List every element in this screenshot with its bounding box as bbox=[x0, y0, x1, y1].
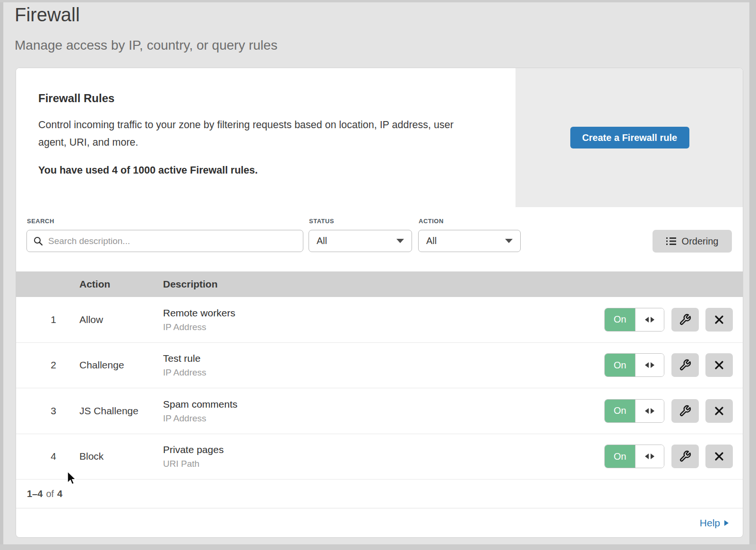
intro-description: Control incoming traffic to your zone by… bbox=[38, 116, 482, 151]
arrow-right-icon bbox=[651, 454, 654, 459]
arrow-left-icon bbox=[645, 317, 649, 323]
rule-description: Test rule bbox=[163, 353, 206, 364]
page-title: Firewall bbox=[15, 4, 80, 26]
rule-enabled-toggle[interactable]: On bbox=[604, 308, 664, 332]
rule-priority: 2 bbox=[30, 359, 56, 371]
rule-enabled-toggle[interactable]: On bbox=[604, 445, 664, 468]
close-icon bbox=[713, 451, 725, 462]
wrench-icon bbox=[679, 405, 691, 417]
chevron-down-icon bbox=[505, 239, 513, 243]
search-input-box[interactable] bbox=[26, 230, 303, 252]
intro-heading: Firewall Rules bbox=[38, 92, 515, 105]
edit-rule-button[interactable] bbox=[671, 399, 699, 423]
firewall-rules-card: Firewall Rules Control incoming traffic … bbox=[16, 68, 743, 538]
ordering-button-label: Ordering bbox=[682, 236, 719, 247]
rule-action: Allow bbox=[79, 314, 103, 325]
chevron-down-icon bbox=[396, 239, 404, 243]
status-select[interactable]: All bbox=[309, 230, 412, 252]
column-header-action: Action bbox=[79, 271, 110, 297]
pagination-range: 1–4 bbox=[27, 489, 43, 499]
arrow-right-icon bbox=[651, 317, 654, 323]
delete-rule-button[interactable] bbox=[705, 445, 733, 468]
action-select-value: All bbox=[426, 236, 437, 246]
toggle-on-label: On bbox=[605, 308, 635, 331]
rule-match-type: IP Address bbox=[163, 413, 238, 423]
toggle-on-label: On bbox=[605, 354, 635, 376]
create-firewall-rule-button[interactable]: Create a Firewall rule bbox=[570, 127, 689, 148]
pagination-of: of bbox=[46, 489, 54, 499]
pagination: 1–4 of 4 bbox=[16, 480, 743, 508]
rule-enabled-toggle[interactable]: On bbox=[604, 353, 664, 377]
toggle-switch-handle[interactable] bbox=[635, 445, 664, 468]
toggle-switch-handle[interactable] bbox=[635, 354, 664, 376]
action-select[interactable]: All bbox=[418, 230, 521, 252]
arrow-right-icon bbox=[724, 520, 729, 526]
screen-edge bbox=[0, 0, 756, 2]
search-icon bbox=[34, 236, 43, 246]
intro-section: Firewall Rules Control incoming traffic … bbox=[16, 68, 515, 207]
ordering-button[interactable]: Ordering bbox=[653, 230, 732, 253]
search-input[interactable] bbox=[48, 236, 296, 246]
toggle-switch-handle[interactable] bbox=[635, 308, 664, 331]
search-label: SEARCH bbox=[27, 218, 54, 225]
rule-description-cell: Private pages URI Path bbox=[163, 444, 223, 469]
pagination-total: 4 bbox=[57, 489, 62, 499]
edit-rule-button[interactable] bbox=[671, 308, 699, 332]
close-icon bbox=[713, 314, 725, 325]
help-row: Help bbox=[16, 508, 743, 537]
firewall-page: Firewall Manage access by IP, country, o… bbox=[0, 0, 756, 550]
arrow-right-icon bbox=[651, 362, 654, 368]
rule-description: Remote workers bbox=[163, 307, 235, 318]
delete-rule-button[interactable] bbox=[705, 353, 733, 377]
page-subtitle: Manage access by IP, country, or query r… bbox=[15, 38, 277, 53]
table-row: 4 Block Private pages URI Path On bbox=[16, 434, 743, 480]
edit-rule-button[interactable] bbox=[671, 353, 699, 377]
rule-enabled-toggle[interactable]: On bbox=[604, 399, 664, 423]
toggle-switch-handle[interactable] bbox=[635, 400, 664, 422]
screen-edge bbox=[0, 544, 756, 550]
create-rule-panel: Create a Firewall rule bbox=[515, 68, 743, 207]
rule-priority: 3 bbox=[30, 405, 56, 417]
delete-rule-button[interactable] bbox=[705, 308, 733, 332]
rule-match-type: URI Path bbox=[163, 459, 223, 469]
table-row: 2 Challenge Test rule IP Address On bbox=[16, 343, 743, 389]
screen-edge bbox=[749, 0, 756, 550]
arrow-right-icon bbox=[651, 408, 654, 414]
filters-bar: SEARCH STATUS All ACTION All bbox=[16, 207, 743, 271]
table-row: 1 Allow Remote workers IP Address On bbox=[16, 297, 743, 343]
status-select-value: All bbox=[317, 236, 327, 246]
usage-summary: You have used 4 of 1000 active Firewall … bbox=[38, 165, 515, 176]
delete-rule-button[interactable] bbox=[705, 399, 733, 423]
rule-action: JS Challenge bbox=[79, 405, 138, 417]
arrow-left-icon bbox=[645, 362, 649, 368]
wrench-icon bbox=[679, 359, 691, 371]
help-link[interactable]: Help bbox=[700, 517, 720, 529]
close-icon bbox=[713, 405, 725, 417]
close-icon bbox=[713, 359, 725, 371]
rule-description: Private pages bbox=[163, 444, 223, 455]
edit-rule-button[interactable] bbox=[671, 445, 699, 468]
rule-description-cell: Test rule IP Address bbox=[163, 353, 206, 378]
arrow-left-icon bbox=[645, 408, 649, 414]
wrench-icon bbox=[679, 450, 691, 463]
rule-match-type: IP Address bbox=[163, 322, 235, 332]
status-label: STATUS bbox=[309, 218, 334, 225]
rule-priority: 4 bbox=[30, 451, 56, 462]
rule-match-type: IP Address bbox=[163, 367, 206, 378]
rule-description-cell: Spam comments IP Address bbox=[163, 398, 238, 423]
rule-description: Spam comments bbox=[163, 398, 238, 410]
rules-table: 1 Allow Remote workers IP Address On bbox=[16, 297, 743, 480]
rule-action: Block bbox=[79, 451, 103, 462]
column-header-description: Description bbox=[163, 271, 218, 297]
wrench-icon bbox=[679, 314, 691, 326]
table-row: 3 JS Challenge Spam comments IP Address … bbox=[16, 388, 743, 434]
list-ordering-icon bbox=[666, 237, 676, 245]
action-label: ACTION bbox=[419, 218, 444, 225]
table-header: Action Description bbox=[16, 271, 743, 297]
toggle-on-label: On bbox=[605, 445, 635, 468]
arrow-left-icon bbox=[645, 454, 649, 459]
screen-edge bbox=[0, 0, 3, 550]
rule-description-cell: Remote workers IP Address bbox=[163, 307, 235, 332]
rule-priority: 1 bbox=[30, 314, 56, 325]
toggle-on-label: On bbox=[605, 400, 635, 422]
